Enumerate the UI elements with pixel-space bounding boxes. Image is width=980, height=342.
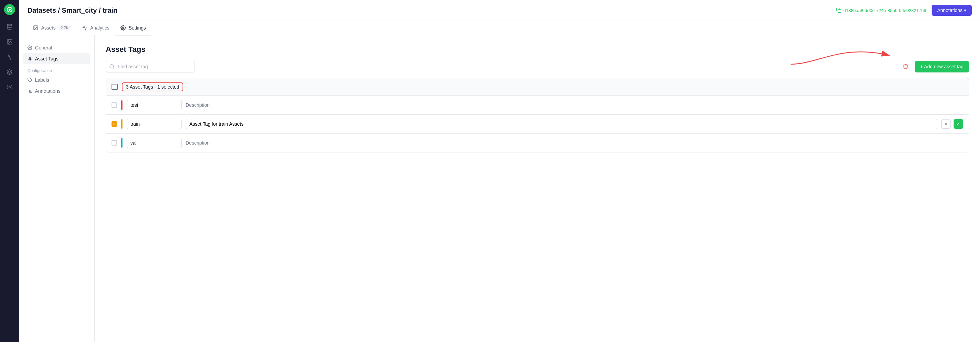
left-nav-general-label: General	[35, 45, 52, 51]
breadcrumb: Datasets / Smart_city / train	[27, 6, 117, 14]
app-logo[interactable]	[4, 4, 15, 15]
tab-assets-badge: 2.7K	[58, 26, 71, 30]
tag-name-input-val[interactable]	[127, 138, 181, 148]
add-new-asset-tag-button[interactable]: + Add new asset tag	[915, 61, 969, 72]
body-layout: General Asset Tags Configuration Labels …	[19, 35, 980, 342]
tags-header-label: 3 Asset Tags - 1 selected	[122, 82, 183, 91]
left-nav-annotations-label: Annotations	[35, 88, 60, 94]
left-nav-section-configuration: Configuration	[23, 64, 90, 75]
header: Datasets / Smart_city / train 0188baa8-d…	[19, 0, 980, 21]
search-add-bar: + Add new asset tag	[106, 61, 969, 72]
svg-point-18	[110, 65, 114, 68]
table-row: Description	[106, 96, 969, 115]
tag-name-input-test[interactable]	[127, 100, 181, 110]
tag-description-val: Description	[186, 140, 963, 145]
left-nav-asset-tags[interactable]: Asset Tags	[23, 53, 90, 64]
svg-point-1	[9, 9, 11, 11]
layers-icon[interactable]	[3, 66, 16, 78]
annotations-button[interactable]: Annotations ▾	[932, 5, 972, 16]
left-nav-asset-tags-label: Asset Tags	[35, 56, 58, 61]
row-checkbox-test[interactable]	[111, 102, 117, 108]
svg-point-6	[9, 86, 11, 88]
tab-analytics[interactable]: Analytics	[76, 21, 115, 35]
selected-badge: 3 Asset Tags - 1 selected	[122, 82, 183, 91]
tag-color-bar-test	[121, 100, 123, 110]
tab-assets-label: Assets	[41, 25, 56, 30]
row-checkbox-train[interactable]	[111, 121, 117, 127]
image-icon[interactable]	[3, 36, 16, 48]
svg-point-10	[123, 27, 124, 29]
tag-description-input-train[interactable]	[186, 119, 937, 129]
tab-settings-label: Settings	[129, 25, 146, 30]
left-nav-labels[interactable]: Labels	[23, 75, 90, 85]
page-content: Asset Tags	[95, 35, 980, 342]
search-icon	[109, 64, 115, 69]
dataset-id[interactable]: 0188baa8-dd0e-724e-8550-5ffe023217b6	[836, 8, 926, 13]
search-input-wrapper	[106, 61, 195, 72]
table-row: × ✓	[106, 115, 969, 134]
header-right: 0188baa8-dd0e-724e-8550-5ffe023217b6 Ann…	[836, 5, 972, 16]
dataset-id-text: 0188baa8-dd0e-724e-8550-5ffe023217b6	[843, 8, 926, 13]
svg-rect-7	[838, 10, 841, 13]
left-nav-labels-label: Labels	[35, 77, 49, 83]
table-row: Description	[106, 134, 969, 152]
svg-point-11	[29, 47, 30, 48]
svg-point-17	[29, 90, 30, 92]
tab-analytics-label: Analytics	[90, 25, 110, 30]
main-content: Datasets / Smart_city / train 0188baa8-d…	[19, 0, 980, 342]
left-nav-annotations[interactable]: Annotations	[23, 85, 90, 96]
row-checkbox-val[interactable]	[111, 140, 117, 145]
svg-marker-5	[7, 70, 12, 72]
page-title: Asset Tags	[106, 45, 969, 54]
svg-line-14	[29, 57, 30, 61]
tab-settings[interactable]: Settings	[115, 21, 152, 35]
chart-icon[interactable]	[3, 51, 16, 63]
row-cancel-button-train[interactable]: ×	[941, 119, 951, 129]
left-nav: General Asset Tags Configuration Labels …	[19, 35, 95, 342]
svg-line-15	[30, 57, 30, 61]
tag-description-test: Description	[186, 102, 963, 108]
tag-name-input-train[interactable]	[127, 119, 181, 129]
row-save-button-train[interactable]: ✓	[954, 119, 963, 129]
tabs: Assets 2.7K Analytics Settings	[19, 21, 980, 35]
tag-color-bar-train	[121, 119, 123, 129]
deselect-all-button[interactable]	[111, 84, 118, 90]
database-icon[interactable]	[3, 21, 16, 33]
row-actions-train: × ✓	[941, 119, 963, 129]
svg-point-2	[7, 24, 12, 26]
svg-line-19	[113, 68, 114, 69]
search-input[interactable]	[106, 61, 195, 72]
sidebar	[0, 0, 19, 342]
svg-point-9	[35, 27, 35, 27]
tag-color-bar-val	[121, 138, 123, 148]
tab-assets[interactable]: Assets 2.7K	[27, 21, 76, 35]
arrow-annotation-top	[722, 37, 921, 71]
delete-button[interactable]	[900, 61, 911, 72]
tags-header-row: 3 Asset Tags - 1 selected	[106, 78, 969, 96]
svg-point-4	[8, 40, 9, 41]
plugin-icon[interactable]	[3, 81, 16, 93]
right-actions: + Add new asset tag	[900, 61, 969, 72]
left-nav-general[interactable]: General	[23, 42, 90, 53]
tags-table: 3 Asset Tags - 1 selected Description	[106, 78, 969, 152]
